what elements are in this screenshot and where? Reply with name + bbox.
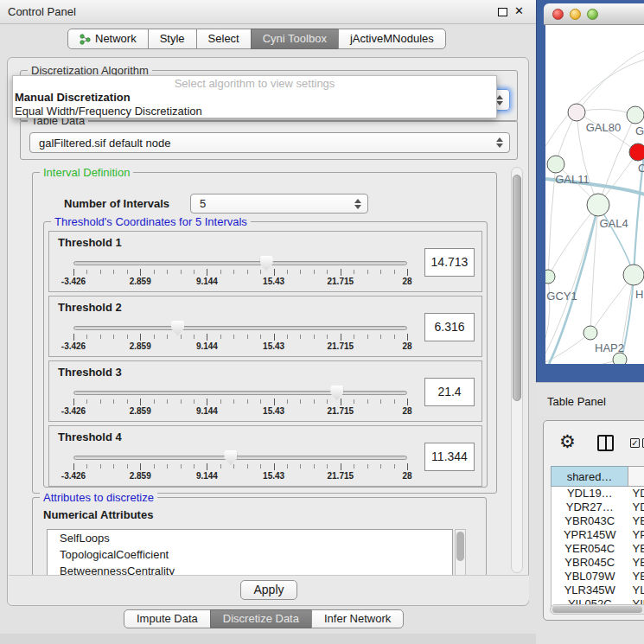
table-horizontal-scrollbar[interactable] bbox=[550, 604, 644, 615]
tab-network[interactable]: Network bbox=[67, 29, 149, 49]
network-canvas[interactable]: GAL80 GA C GAL11 GAL4 GCY1 H HAP2 bbox=[545, 25, 644, 364]
slider-track[interactable] bbox=[73, 391, 407, 395]
node-label: H bbox=[635, 288, 643, 301]
threshold-3-row: Threshold 3 -3.4262.8599.14415.4321.7152… bbox=[48, 360, 482, 422]
tab-impute-data[interactable]: Impute Data bbox=[124, 609, 211, 628]
table-panel-title: Table Panel bbox=[547, 395, 606, 408]
network-node-selected bbox=[629, 143, 644, 161]
algorithm-option-manual[interactable]: Manual Discretization bbox=[13, 91, 496, 105]
table-row[interactable]: YER054CYER05 bbox=[552, 542, 644, 556]
threshold-4-value-field[interactable]: 11.344 bbox=[424, 443, 475, 471]
network-nodes[interactable] bbox=[545, 104, 644, 364]
table-panel-titlebar: Table Panel bbox=[536, 382, 644, 417]
cell[interactable]: YDR27 bbox=[628, 501, 644, 514]
number-of-intervals-label: Number of Intervals bbox=[64, 197, 169, 210]
thresholds-group-title: Threshold's Coordinates for 5 Intervals bbox=[51, 215, 251, 228]
attributes-list-scrollbar[interactable] bbox=[455, 529, 466, 576]
scrollbar-thumb[interactable] bbox=[513, 175, 521, 401]
threshold-2-value-field[interactable]: 6.316 bbox=[424, 313, 475, 341]
algorithm-option-equal-width[interactable]: Equal Width/Frequency Discretization bbox=[13, 105, 496, 118]
cell[interactable]: YER05 bbox=[628, 542, 644, 556]
table-row[interactable]: YBR043CYBR04 bbox=[552, 514, 644, 528]
gear-icon[interactable]: ⚙ bbox=[559, 432, 576, 451]
float-window-icon[interactable] bbox=[498, 8, 507, 16]
slider-track[interactable] bbox=[73, 456, 407, 460]
numerical-attributes-list[interactable]: SelfLoops TopologicalCoefficient Between… bbox=[47, 529, 453, 576]
minimize-traffic-light-icon[interactable] bbox=[570, 9, 581, 20]
list-item[interactable]: TopologicalCoefficient bbox=[48, 546, 452, 563]
interval-definition-group-title: Interval Definition bbox=[40, 166, 133, 179]
settings-vertical-scrollbar[interactable] bbox=[511, 167, 523, 573]
cell[interactable]: YLR345W bbox=[552, 583, 628, 597]
apply-button[interactable]: Apply bbox=[240, 580, 297, 600]
threshold-4-slider: -3.4262.8599.14415.4321.71528 bbox=[73, 456, 407, 481]
cell[interactable]: YBL07 bbox=[628, 570, 644, 583]
settings-scroll-area: Interval Definition Number of Intervals … bbox=[13, 165, 525, 577]
table-data-group: Table Data galFiltered.sif default node bbox=[20, 120, 518, 160]
checkbox-icon[interactable]: ✓ bbox=[630, 438, 640, 448]
threshold-4-row: Threshold 4 -3.4262.8599.14415.4321.7152… bbox=[48, 425, 482, 487]
table-data-combobox[interactable]: galFiltered.sif default node bbox=[29, 132, 510, 153]
table-row[interactable]: YDR27…YDR27 bbox=[552, 501, 644, 514]
list-item[interactable]: BetweennessCentrality bbox=[48, 563, 452, 576]
cell[interactable]: YPR14 bbox=[628, 528, 644, 542]
tab-jactivemnodules[interactable]: jActiveMNodules bbox=[338, 29, 446, 49]
network-node bbox=[587, 194, 609, 216]
slider-ticks bbox=[73, 463, 407, 471]
tab-discretize-data[interactable]: Discretize Data bbox=[210, 609, 312, 628]
threshold-1-value-field[interactable]: 14.713 bbox=[424, 248, 475, 277]
control-panel-title: Control Panel bbox=[8, 5, 76, 18]
table-row[interactable]: YPR145WYPR14 bbox=[552, 528, 644, 542]
node-label: GA bbox=[635, 124, 644, 137]
tab-infer-network-label: Infer Network bbox=[324, 612, 391, 625]
cell[interactable]: YLR34 bbox=[628, 583, 644, 597]
column-header-name[interactable]: na bbox=[628, 466, 644, 487]
threshold-2-label: Threshold 2 bbox=[58, 301, 122, 314]
tab-cyni-toolbox[interactable]: Cyni Toolbox bbox=[251, 29, 339, 49]
list-item[interactable]: SelfLoops bbox=[48, 530, 452, 546]
cell[interactable]: YER054C bbox=[552, 542, 628, 556]
node-label: GCY1 bbox=[546, 290, 577, 303]
zoom-traffic-light-icon[interactable] bbox=[587, 9, 598, 20]
network-view-window[interactable]: GAL80 GA C GAL11 GAL4 GCY1 H HAP2 bbox=[536, 0, 644, 382]
number-of-intervals-combobox[interactable]: 5 bbox=[190, 194, 368, 214]
network-window-titlebar[interactable] bbox=[544, 3, 644, 25]
cell[interactable]: YBL079W bbox=[552, 570, 628, 583]
table-row[interactable]: YDL19…YDL19 bbox=[552, 487, 644, 501]
close-traffic-light-icon[interactable] bbox=[552, 9, 564, 20]
slider-ticks bbox=[73, 399, 407, 406]
scrollbar-thumb[interactable] bbox=[552, 606, 642, 613]
table-body[interactable]: YDL19…YDL19 YDR27…YDR27 YBR043CYBR04 YPR… bbox=[551, 487, 644, 613]
tab-style[interactable]: Style bbox=[148, 29, 197, 49]
tab-impute-data-label: Impute Data bbox=[137, 612, 198, 625]
cell[interactable]: YDL19… bbox=[552, 487, 628, 501]
slider-track[interactable] bbox=[73, 261, 407, 265]
split-columns-icon[interactable] bbox=[597, 435, 614, 451]
table-row[interactable]: YBL079WYBL07 bbox=[552, 570, 644, 583]
threshold-2-slider: -3.4262.8599.14415.4321.71528 bbox=[73, 326, 407, 352]
tab-select[interactable]: Select bbox=[196, 29, 252, 49]
cell[interactable]: YBR04 bbox=[628, 514, 644, 528]
node-label: C bbox=[638, 162, 644, 175]
tab-cyni-toolbox-label: Cyni Toolbox bbox=[263, 29, 327, 48]
cell[interactable]: YBR04 bbox=[628, 556, 644, 570]
threshold-3-value-field[interactable]: 21.4 bbox=[424, 378, 475, 406]
cell[interactable]: YDR27… bbox=[552, 501, 628, 514]
close-panel-icon[interactable]: ✕ bbox=[514, 4, 524, 17]
threshold-3-label: Threshold 3 bbox=[58, 366, 122, 379]
cell[interactable]: YBR045C bbox=[552, 556, 628, 570]
slider-tick-labels: -3.4262.8599.14415.4321.71528 bbox=[73, 406, 407, 417]
node-table: shared… na YDL19…YDL19 YDR27…YDR27 YBR04… bbox=[551, 466, 644, 613]
network-node bbox=[623, 265, 644, 285]
cell[interactable]: YPR145W bbox=[552, 528, 628, 542]
cell[interactable]: YDL19 bbox=[628, 487, 644, 501]
algorithm-placeholder-option[interactable]: Select algorithm to view settings bbox=[13, 77, 496, 91]
threshold-1-label: Threshold 1 bbox=[58, 236, 122, 249]
cell[interactable]: YBR043C bbox=[552, 514, 628, 528]
table-row[interactable]: YLR345WYLR34 bbox=[552, 583, 644, 597]
slider-track[interactable] bbox=[73, 326, 407, 330]
column-header-shared-name[interactable]: shared… bbox=[551, 466, 628, 487]
threshold-1-row: Threshold 1 -3.4262.8599.14415.4321.7152… bbox=[48, 231, 482, 292]
tab-infer-network[interactable]: Infer Network bbox=[311, 609, 404, 628]
table-row[interactable]: YBR045CYBR04 bbox=[552, 556, 644, 570]
